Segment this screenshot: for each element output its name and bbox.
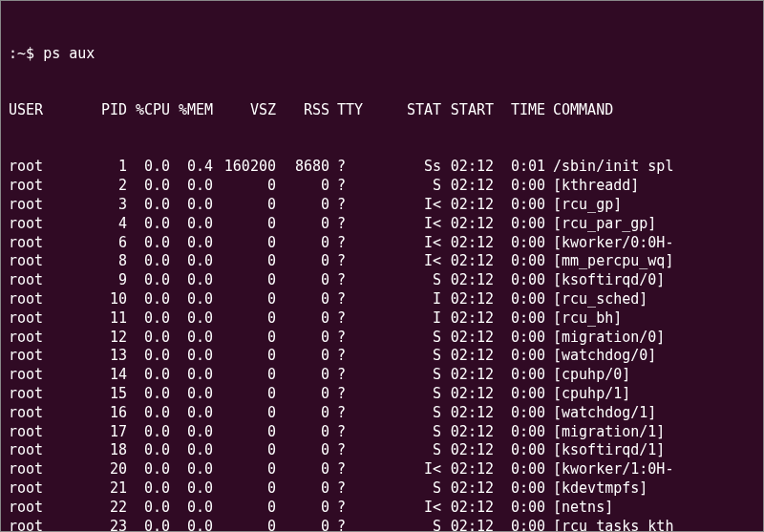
cell-tty: ? — [329, 177, 364, 196]
cell-command: [ksoftirqd/1] — [545, 441, 755, 460]
terminal-output[interactable]: :~$ ps aux USER PID %CPU %MEM VSZ RSS TT… — [9, 7, 755, 532]
cell-stat: I< — [364, 215, 441, 234]
cell-vsz: 0 — [213, 347, 276, 366]
cell-rss: 0 — [276, 499, 329, 518]
cell-start: 02:12 — [441, 329, 494, 348]
cell-start: 02:12 — [441, 309, 494, 329]
cell-pid: 13 — [77, 347, 127, 366]
col-header-start: START — [441, 101, 494, 120]
cell-stat: S — [364, 479, 441, 499]
cell-mem: 0.0 — [170, 460, 213, 479]
cell-command: [migration/0] — [545, 329, 755, 348]
cell-tty: ? — [329, 290, 364, 309]
cell-command: [cpuhp/0] — [545, 366, 755, 385]
cell-mem: 0.0 — [170, 404, 213, 423]
process-row: root200.00.000?I<02:120:00[kworker/1:0H- — [9, 460, 755, 479]
cell-vsz: 0 — [213, 366, 276, 385]
cell-time: 0:00 — [494, 404, 545, 423]
cell-rss: 0 — [276, 423, 329, 442]
cell-command: [rcu_gp] — [545, 196, 755, 215]
cell-user: root — [9, 234, 77, 253]
cell-user: root — [9, 518, 77, 532]
cell-start: 02:12 — [441, 196, 494, 215]
cell-command: [netns] — [545, 499, 755, 518]
cell-time: 0:00 — [494, 385, 545, 404]
cell-cpu: 0.0 — [127, 385, 170, 404]
cell-rss: 0 — [276, 177, 329, 196]
cell-rss: 0 — [276, 460, 329, 479]
cell-stat: I< — [364, 196, 441, 215]
process-row: root100.00.000?I02:120:00[rcu_sched] — [9, 290, 755, 309]
cell-stat: S — [364, 404, 441, 423]
cell-tty: ? — [329, 479, 364, 499]
cell-stat: I — [364, 309, 441, 329]
process-row: root120.00.000?S02:120:00[migration/0] — [9, 329, 755, 348]
cell-cpu: 0.0 — [127, 196, 170, 215]
cell-mem: 0.0 — [170, 309, 213, 329]
cell-stat: I — [364, 290, 441, 309]
cell-mem: 0.0 — [170, 385, 213, 404]
cell-time: 0:00 — [494, 366, 545, 385]
cell-tty: ? — [329, 158, 364, 177]
cell-user: root — [9, 215, 77, 234]
cell-stat: S — [364, 385, 441, 404]
cell-tty: ? — [329, 385, 364, 404]
col-header-user: USER — [9, 101, 77, 120]
cell-tty: ? — [329, 347, 364, 366]
cell-cpu: 0.0 — [127, 158, 170, 177]
cell-vsz: 0 — [213, 234, 276, 253]
cell-cpu: 0.0 — [127, 290, 170, 309]
cell-start: 02:12 — [441, 441, 494, 460]
cell-start: 02:12 — [441, 234, 494, 253]
cell-time: 0:00 — [494, 309, 545, 329]
cell-stat: S — [364, 329, 441, 348]
cell-command: [rcu_tasks_kth — [545, 518, 755, 532]
cell-user: root — [9, 460, 77, 479]
process-row: root170.00.000?S02:120:00[migration/1] — [9, 423, 755, 442]
cell-vsz: 0 — [213, 385, 276, 404]
cell-stat: I< — [364, 234, 441, 253]
cell-command: [cpuhp/1] — [545, 385, 755, 404]
cell-vsz: 0 — [213, 196, 276, 215]
cell-pid: 4 — [77, 215, 127, 234]
typed-command: ps aux — [43, 45, 95, 62]
cell-cpu: 0.0 — [127, 271, 170, 290]
cell-time: 0:00 — [494, 234, 545, 253]
cell-command: [mm_percpu_wq] — [545, 252, 755, 271]
cell-vsz: 0 — [213, 479, 276, 499]
cell-vsz: 0 — [213, 460, 276, 479]
cell-time: 0:00 — [494, 423, 545, 442]
cell-stat: Ss — [364, 158, 441, 177]
cell-pid: 9 — [77, 271, 127, 290]
cell-cpu: 0.0 — [127, 309, 170, 329]
cell-rss: 0 — [276, 385, 329, 404]
cell-stat: S — [364, 347, 441, 366]
cell-pid: 1 — [77, 158, 127, 177]
ps-rows-container: root10.00.41602008680?Ss02:120:01/sbin/i… — [9, 158, 755, 532]
cell-command: [migration/1] — [545, 423, 755, 442]
cell-time: 0:00 — [494, 479, 545, 499]
cell-start: 02:12 — [441, 479, 494, 499]
cell-cpu: 0.0 — [127, 366, 170, 385]
cell-start: 02:12 — [441, 423, 494, 442]
cell-vsz: 160200 — [213, 158, 276, 177]
col-header-tty: TTY — [329, 101, 364, 120]
cell-pid: 22 — [77, 499, 127, 518]
cell-command: [watchdog/0] — [545, 347, 755, 366]
cell-start: 02:12 — [441, 385, 494, 404]
cell-mem: 0.0 — [170, 290, 213, 309]
cell-user: root — [9, 366, 77, 385]
cell-user: root — [9, 347, 77, 366]
cell-stat: S — [364, 423, 441, 442]
cell-start: 02:12 — [441, 252, 494, 271]
cell-user: root — [9, 309, 77, 329]
cell-stat: S — [364, 366, 441, 385]
cell-stat: I< — [364, 499, 441, 518]
cell-pid: 3 — [77, 196, 127, 215]
process-row: root160.00.000?S02:120:00[watchdog/1] — [9, 404, 755, 423]
cell-start: 02:12 — [441, 499, 494, 518]
cell-vsz: 0 — [213, 423, 276, 442]
cell-mem: 0.0 — [170, 234, 213, 253]
cell-mem: 0.4 — [170, 158, 213, 177]
cell-time: 0:00 — [494, 329, 545, 348]
